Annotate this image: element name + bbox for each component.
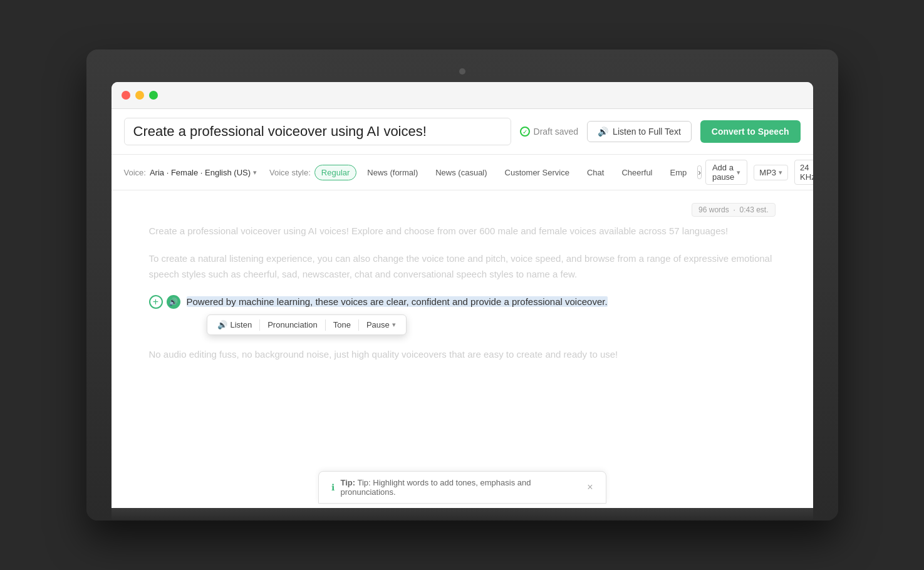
paragraph-1[interactable]: Create a professional voiceover using AI… xyxy=(149,223,776,239)
para-3-actions: + 🔊 xyxy=(149,294,180,309)
word-count-section: 96 words · 0:43 est. xyxy=(149,203,776,217)
add-pause-button[interactable]: Add a pause ▾ xyxy=(705,160,747,185)
tip-close-button[interactable]: × xyxy=(587,482,593,493)
speaker-icon: 🔊 xyxy=(598,127,608,137)
inline-listen-button[interactable]: 🔊 Listen xyxy=(211,318,259,332)
draft-label: Draft saved xyxy=(534,127,579,137)
chevron-down-icon: ▾ xyxy=(737,168,740,177)
more-styles-button[interactable]: › xyxy=(697,165,702,179)
chevron-right-icon: › xyxy=(698,167,701,177)
quality-selector[interactable]: 24 KHz ▾ xyxy=(794,160,812,185)
highlighted-text[interactable]: Powered by machine learning, these voice… xyxy=(187,296,608,307)
paragraph-3-content[interactable]: Powered by machine learning, these voice… xyxy=(187,294,608,336)
document-title-input[interactable] xyxy=(124,118,511,145)
style-label: Voice style: xyxy=(269,168,311,177)
add-paragraph-button[interactable]: + xyxy=(149,295,163,309)
divider xyxy=(259,319,260,331)
style-chip-customer-service[interactable]: Customer Service xyxy=(498,165,576,180)
voice-selector[interactable]: Aria · Female · English (US) ▾ xyxy=(150,168,257,177)
close-button[interactable] xyxy=(122,91,130,100)
maximize-button[interactable] xyxy=(149,91,158,100)
paragraph-3-text[interactable]: Powered by machine learning, these voice… xyxy=(187,294,608,310)
style-chip-news-formal[interactable]: News (formal) xyxy=(360,165,425,180)
info-icon: ℹ xyxy=(331,482,335,492)
paragraph-4[interactable]: No audio editing fuss, no background noi… xyxy=(149,346,776,363)
style-chip-news-casual[interactable]: News (casual) xyxy=(428,165,494,180)
paragraph-2[interactable]: To create a natural listening experience… xyxy=(149,251,776,282)
toolbar-right-section: Add a pause ▾ MP3 ▾ 24 KHz ▾ Speed: Defa… xyxy=(705,160,813,185)
laptop-base xyxy=(112,508,813,521)
style-chip-chat[interactable]: Chat xyxy=(580,165,611,180)
inline-pause-button[interactable]: Pause ▾ xyxy=(360,318,402,332)
inline-pronunciation-button[interactable]: Pronunciation xyxy=(261,318,324,332)
draft-saved-indicator: ✓ Draft saved xyxy=(520,127,579,137)
inline-text-toolbar: 🔊 Listen Pronunciation Tone xyxy=(207,314,407,335)
editor-area[interactable]: 96 words · 0:43 est. Create a profession… xyxy=(112,190,813,504)
minimize-button[interactable] xyxy=(135,91,144,100)
tip-text: Tip: Tip: Highlight words to add tones, … xyxy=(341,478,581,497)
header: ✓ Draft saved 🔊 Listen to Full Text Conv… xyxy=(112,109,813,155)
style-chip-regular[interactable]: Regular xyxy=(314,165,357,180)
traffic-lights xyxy=(122,91,158,100)
screen: ✓ Draft saved 🔊 Listen to Full Text Conv… xyxy=(112,82,813,508)
inline-tone-button[interactable]: Tone xyxy=(327,318,357,332)
titlebar xyxy=(112,82,813,109)
camera xyxy=(459,68,465,75)
word-count-badge: 96 words · 0:43 est. xyxy=(692,203,775,217)
laptop-shell: ✓ Draft saved 🔊 Listen to Full Text Conv… xyxy=(86,49,838,521)
format-selector[interactable]: MP3 ▾ xyxy=(754,165,788,180)
style-chip-cheerful[interactable]: Cheerful xyxy=(615,165,659,180)
listen-full-text-button[interactable]: 🔊 Listen to Full Text xyxy=(587,121,692,142)
paragraph-3-row[interactable]: + 🔊 Powered by machine learning, these v… xyxy=(149,294,776,336)
speaker-small-icon: 🔊 xyxy=(169,298,178,306)
play-paragraph-button[interactable]: 🔊 xyxy=(167,295,180,309)
tip-bar: ℹ Tip: Tip: Highlight words to add tones… xyxy=(318,471,606,504)
check-icon: ✓ xyxy=(520,127,530,137)
speaker-icon-small: 🔊 xyxy=(217,320,227,329)
chevron-down-icon: ▾ xyxy=(392,321,396,329)
chevron-down-icon: ▾ xyxy=(779,168,782,177)
divider xyxy=(358,319,359,331)
style-chip-emp[interactable]: Emp xyxy=(663,165,694,180)
voice-toolbar: Voice: Aria · Female · English (US) ▾ Vo… xyxy=(112,155,813,190)
voice-label: Voice: xyxy=(124,168,146,177)
divider xyxy=(325,319,326,331)
chevron-down-icon: ▾ xyxy=(253,168,257,177)
convert-to-speech-button[interactable]: Convert to Speech xyxy=(700,120,801,143)
